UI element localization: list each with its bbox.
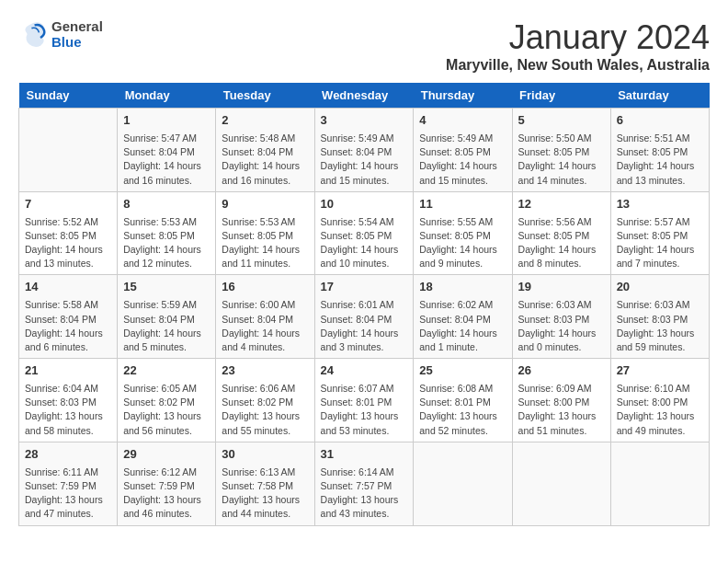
calendar-cell: 22Sunrise: 6:05 AM Sunset: 8:02 PM Dayli… (118, 359, 216, 442)
calendar-cell: 30Sunrise: 6:13 AM Sunset: 7:58 PM Dayli… (216, 442, 314, 525)
day-number: 16 (222, 279, 308, 296)
calendar-cell: 15Sunrise: 5:59 AM Sunset: 8:04 PM Dayli… (118, 275, 216, 359)
calendar-cell: 10Sunrise: 5:54 AM Sunset: 8:05 PM Dayli… (314, 191, 414, 275)
day-header-tuesday: Tuesday (216, 83, 314, 109)
day-info: Sunrise: 6:09 AM Sunset: 8:00 PM Dayligh… (518, 382, 605, 438)
calendar-cell: 24Sunrise: 6:07 AM Sunset: 8:01 PM Dayli… (314, 359, 414, 442)
day-number: 26 (518, 362, 605, 380)
calendar-cell: 2Sunrise: 5:48 AM Sunset: 8:04 PM Daylig… (216, 109, 314, 192)
day-header-monday: Monday (118, 83, 216, 109)
calendar-body: 1Sunrise: 5:47 AM Sunset: 8:04 PM Daylig… (19, 109, 710, 526)
week-row-4: 21Sunrise: 6:04 AM Sunset: 8:03 PM Dayli… (19, 359, 710, 442)
day-info: Sunrise: 5:59 AM Sunset: 8:04 PM Dayligh… (123, 298, 210, 354)
day-number: 10 (321, 196, 408, 213)
day-number: 12 (518, 196, 605, 213)
day-number: 17 (321, 279, 408, 296)
week-row-1: 1Sunrise: 5:47 AM Sunset: 8:04 PM Daylig… (19, 109, 710, 192)
day-info: Sunrise: 6:01 AM Sunset: 8:04 PM Dayligh… (321, 298, 408, 354)
calendar-cell: 13Sunrise: 5:57 AM Sunset: 8:05 PM Dayli… (610, 191, 709, 275)
day-info: Sunrise: 5:49 AM Sunset: 8:05 PM Dayligh… (419, 132, 506, 188)
day-info: Sunrise: 6:04 AM Sunset: 8:03 PM Dayligh… (25, 382, 111, 438)
day-number: 24 (321, 362, 408, 380)
day-number: 14 (25, 279, 111, 296)
day-info: Sunrise: 6:03 AM Sunset: 8:03 PM Dayligh… (617, 298, 703, 354)
calendar-cell: 9Sunrise: 5:53 AM Sunset: 8:05 PM Daylig… (216, 191, 314, 275)
day-info: Sunrise: 5:47 AM Sunset: 8:04 PM Dayligh… (123, 132, 210, 188)
calendar-cell: 18Sunrise: 6:02 AM Sunset: 8:04 PM Dayli… (414, 275, 512, 359)
day-info: Sunrise: 5:53 AM Sunset: 8:05 PM Dayligh… (222, 215, 308, 271)
logo-text: General Blue (51, 18, 103, 50)
day-info: Sunrise: 5:50 AM Sunset: 8:05 PM Dayligh… (518, 132, 605, 188)
calendar-cell: 25Sunrise: 6:08 AM Sunset: 8:01 PM Dayli… (414, 359, 512, 442)
calendar-cell: 26Sunrise: 6:09 AM Sunset: 8:00 PM Dayli… (512, 359, 610, 442)
day-info: Sunrise: 6:00 AM Sunset: 8:04 PM Dayligh… (222, 298, 308, 354)
calendar-cell: 3Sunrise: 5:49 AM Sunset: 8:04 PM Daylig… (314, 109, 414, 192)
calendar-cell (414, 442, 512, 525)
calendar-cell: 31Sunrise: 6:14 AM Sunset: 7:57 PM Dayli… (314, 442, 414, 525)
day-number: 7 (25, 196, 111, 213)
day-info: Sunrise: 6:03 AM Sunset: 8:03 PM Dayligh… (518, 298, 605, 354)
day-number: 11 (419, 196, 506, 213)
day-number: 20 (617, 279, 703, 296)
day-header-thursday: Thursday (414, 83, 512, 109)
calendar-cell: 17Sunrise: 6:01 AM Sunset: 8:04 PM Dayli… (314, 275, 414, 359)
calendar-cell: 1Sunrise: 5:47 AM Sunset: 8:04 PM Daylig… (118, 109, 216, 192)
day-header-sunday: Sunday (19, 83, 118, 109)
calendar-cell: 12Sunrise: 5:56 AM Sunset: 8:05 PM Dayli… (512, 191, 610, 275)
day-header-wednesday: Wednesday (314, 83, 414, 109)
day-info: Sunrise: 6:02 AM Sunset: 8:04 PM Dayligh… (419, 298, 506, 354)
calendar-cell: 8Sunrise: 5:53 AM Sunset: 8:05 PM Daylig… (118, 191, 216, 275)
day-info: Sunrise: 5:56 AM Sunset: 8:05 PM Dayligh… (518, 215, 605, 271)
day-number: 2 (222, 112, 308, 130)
day-header-friday: Friday (512, 83, 610, 109)
day-number: 13 (617, 196, 703, 213)
day-info: Sunrise: 6:06 AM Sunset: 8:02 PM Dayligh… (222, 382, 308, 438)
day-header-saturday: Saturday (610, 83, 709, 109)
day-info: Sunrise: 5:57 AM Sunset: 8:05 PM Dayligh… (617, 215, 703, 271)
day-info: Sunrise: 6:08 AM Sunset: 8:01 PM Dayligh… (419, 382, 506, 438)
day-number: 6 (617, 112, 703, 130)
day-info: Sunrise: 6:14 AM Sunset: 7:57 PM Dayligh… (321, 465, 408, 522)
calendar-cell: 7Sunrise: 5:52 AM Sunset: 8:05 PM Daylig… (19, 191, 118, 275)
calendar-cell: 16Sunrise: 6:00 AM Sunset: 8:04 PM Dayli… (216, 275, 314, 359)
day-info: Sunrise: 6:07 AM Sunset: 8:01 PM Dayligh… (321, 382, 408, 438)
calendar-cell: 21Sunrise: 6:04 AM Sunset: 8:03 PM Dayli… (19, 359, 118, 442)
day-number: 21 (25, 362, 111, 380)
day-number: 30 (222, 446, 308, 464)
day-number: 19 (518, 279, 605, 296)
calendar-table: SundayMondayTuesdayWednesdayThursdayFrid… (18, 83, 710, 526)
logo-general: General (51, 18, 103, 34)
day-number: 29 (123, 446, 210, 464)
calendar-cell: 20Sunrise: 6:03 AM Sunset: 8:03 PM Dayli… (610, 275, 709, 359)
month-title: January 2024 (446, 18, 710, 57)
day-info: Sunrise: 6:05 AM Sunset: 8:02 PM Dayligh… (123, 382, 210, 438)
day-number: 8 (123, 196, 210, 213)
day-number: 4 (419, 112, 506, 130)
day-number: 15 (123, 279, 210, 296)
day-number: 25 (419, 362, 506, 380)
day-info: Sunrise: 5:52 AM Sunset: 8:05 PM Dayligh… (25, 215, 111, 271)
day-info: Sunrise: 5:58 AM Sunset: 8:04 PM Dayligh… (25, 298, 111, 354)
day-number: 31 (321, 446, 408, 464)
day-number: 5 (518, 112, 605, 130)
week-row-5: 28Sunrise: 6:11 AM Sunset: 7:59 PM Dayli… (19, 442, 710, 525)
header-row: SundayMondayTuesdayWednesdayThursdayFrid… (19, 83, 710, 109)
calendar-cell (19, 109, 118, 192)
day-info: Sunrise: 6:11 AM Sunset: 7:59 PM Dayligh… (25, 465, 111, 522)
day-info: Sunrise: 5:54 AM Sunset: 8:05 PM Dayligh… (321, 215, 408, 271)
logo: General Blue (18, 18, 103, 50)
day-number: 3 (321, 112, 408, 130)
calendar-cell (610, 442, 709, 525)
calendar-cell: 19Sunrise: 6:03 AM Sunset: 8:03 PM Dayli… (512, 275, 610, 359)
day-info: Sunrise: 5:51 AM Sunset: 8:05 PM Dayligh… (617, 132, 703, 188)
day-info: Sunrise: 5:55 AM Sunset: 8:05 PM Dayligh… (419, 215, 506, 271)
day-info: Sunrise: 5:49 AM Sunset: 8:04 PM Dayligh… (321, 132, 408, 188)
logo-blue: Blue (51, 34, 103, 50)
day-info: Sunrise: 5:53 AM Sunset: 8:05 PM Dayligh… (123, 215, 210, 271)
title-block: January 2024 Maryville, New South Wales,… (446, 18, 710, 74)
logo-icon (18, 19, 48, 49)
page-header: General Blue January 2024 Maryville, New… (18, 18, 710, 74)
week-row-3: 14Sunrise: 5:58 AM Sunset: 8:04 PM Dayli… (19, 275, 710, 359)
calendar-cell: 27Sunrise: 6:10 AM Sunset: 8:00 PM Dayli… (610, 359, 709, 442)
calendar-header: SundayMondayTuesdayWednesdayThursdayFrid… (19, 83, 710, 109)
